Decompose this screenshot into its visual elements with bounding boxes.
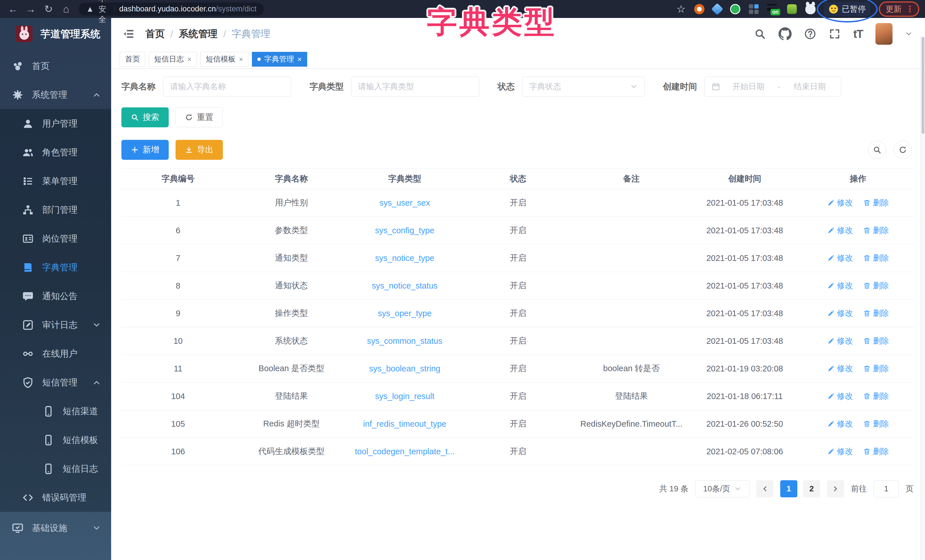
on-badge-extension-icon[interactable]: on [767, 4, 779, 14]
cell-type-link[interactable]: sys_config_type [348, 217, 461, 244]
table-row[interactable]: 6 参数类型 sys_config_type 开启 2021-01-05 17:… [121, 217, 915, 244]
table-row[interactable]: 11 Boolean 是否类型 sys_boolean_string 开启 bo… [121, 355, 915, 382]
dict-type-input[interactable] [358, 82, 472, 91]
close-icon[interactable]: × [239, 56, 243, 63]
search-icon[interactable] [754, 28, 766, 40]
sidebar-item-code[interactable]: 错误码管理 [0, 483, 111, 512]
column-header[interactable]: 备注 [575, 169, 688, 189]
caret-down-icon[interactable] [905, 30, 913, 38]
close-icon[interactable]: × [297, 56, 301, 63]
column-header[interactable]: 字典名称 [235, 169, 348, 189]
help-icon[interactable] [804, 28, 816, 40]
column-header[interactable]: 创建时间 [688, 169, 801, 189]
column-header[interactable]: 状态 [461, 169, 575, 189]
cell-type-link[interactable]: sys_notice_status [348, 272, 461, 300]
edit-link[interactable]: 修改 [827, 308, 853, 319]
blue-extension-icon[interactable] [711, 3, 723, 15]
app-logo[interactable]: 芋道管理系统 [0, 18, 111, 50]
sidebar-item-phone[interactable]: 短信渠道 [0, 397, 111, 426]
goto-page-input[interactable] [874, 480, 899, 497]
refresh-table-button[interactable] [894, 141, 912, 159]
edit-link[interactable]: 修改 [827, 280, 853, 291]
tab-短信日志[interactable]: 短信日志 × [149, 52, 197, 67]
next-page-button[interactable] [827, 480, 844, 497]
sidebar-item-user-group[interactable]: 角色管理 [0, 138, 111, 167]
table-row[interactable]: 105 Redis 超时类型 inf_redis_timeout_type 开启… [121, 410, 915, 438]
fullscreen-icon[interactable] [829, 28, 841, 40]
delete-link[interactable]: 删除 [863, 225, 889, 236]
delete-link[interactable]: 删除 [863, 336, 889, 346]
avatar[interactable] [875, 23, 892, 45]
sidebar-item-dictionary-book[interactable]: 字典管理 [0, 253, 111, 282]
forward-icon[interactable]: → [23, 0, 38, 18]
page-button-1[interactable]: 1 [780, 480, 797, 497]
sidebar-item-audit-log[interactable]: 审计日志 [0, 310, 111, 339]
cell-type-link[interactable]: tool_codegen_template_t... [348, 438, 461, 465]
reload-icon[interactable]: ↻ [41, 0, 56, 18]
column-header[interactable]: 字典编号 [121, 169, 235, 189]
delete-link[interactable]: 删除 [863, 363, 889, 374]
orange-extension-icon[interactable] [694, 4, 704, 14]
page-button-2[interactable]: 2 [803, 480, 820, 497]
paused-extension-badge[interactable]: 已暂停 [824, 2, 870, 16]
sidebar-item-gear[interactable]: 系统管理 [0, 80, 111, 109]
prev-page-button[interactable] [756, 480, 773, 497]
search-button[interactable]: 搜索 [121, 107, 169, 127]
status-select[interactable]: 字典状态 [522, 77, 645, 96]
table-row[interactable]: 9 操作类型 sys_oper_type 开启 2021-01-05 17:03… [121, 300, 915, 327]
add-button[interactable]: 新增 [121, 140, 169, 160]
close-icon[interactable]: × [187, 56, 191, 63]
delete-link[interactable]: 删除 [863, 446, 889, 457]
edit-link[interactable]: 修改 [827, 391, 853, 402]
font-size-icon[interactable]: tT [853, 28, 863, 41]
reset-button[interactable]: 重置 [176, 107, 223, 127]
edit-link[interactable]: 修改 [827, 418, 853, 429]
show-search-toggle-button[interactable] [868, 141, 886, 159]
github-icon[interactable] [779, 27, 792, 41]
sidebar-item-phone[interactable]: 短信模板 [0, 426, 111, 454]
cell-type-link[interactable]: sys_notice_type [348, 244, 461, 272]
edit-link[interactable]: 修改 [827, 363, 853, 374]
cell-type-link[interactable]: sys_common_status [348, 327, 461, 355]
sidebar-item-menu-list[interactable]: 菜单管理 [0, 167, 111, 196]
column-header[interactable]: 字典类型 [348, 169, 461, 189]
leaf-extension-icon[interactable] [787, 4, 797, 14]
edit-link[interactable]: 修改 [827, 446, 853, 457]
cell-type-link[interactable]: inf_redis_timeout_type [348, 410, 461, 438]
table-row[interactable]: 104 登陆结果 sys_login_result 开启 登陆结果 2021-0… [121, 382, 915, 410]
grid-extension-icon[interactable] [749, 4, 759, 14]
delete-link[interactable]: 删除 [863, 391, 889, 402]
page-size-select[interactable]: 10条/页 [695, 480, 749, 497]
sidebar-fold-icon[interactable] [122, 28, 135, 40]
dict-name-input[interactable] [170, 82, 284, 91]
tab-首页[interactable]: 首页 [120, 52, 145, 67]
delete-link[interactable]: 删除 [863, 253, 889, 263]
tab-短信模板[interactable]: 短信模板 × [200, 52, 249, 67]
delete-link[interactable]: 删除 [863, 418, 889, 429]
delete-link[interactable]: 删除 [863, 197, 889, 208]
tab-字典管理[interactable]: 字典管理 × [252, 52, 307, 67]
paw-extension-icon[interactable] [805, 4, 816, 14]
table-row[interactable]: 106 代码生成模板类型 tool_codegen_template_t... … [121, 438, 915, 465]
table-row[interactable]: 7 通知类型 sys_notice_type 开启 2021-01-05 17:… [121, 244, 915, 272]
update-button[interactable]: 更新 ⋮ [879, 2, 919, 17]
sidebar-item-message-bubble[interactable]: 通知公告 [0, 282, 111, 310]
scrollbar-thumb[interactable] [922, 37, 924, 134]
delete-link[interactable]: 删除 [863, 308, 889, 319]
cell-type-link[interactable]: sys_login_result [348, 382, 461, 410]
edit-link[interactable]: 修改 [827, 253, 853, 263]
sidebar-item-shield-check[interactable]: 短信管理 [0, 368, 111, 397]
browser-scrollbar[interactable] [920, 36, 925, 560]
cell-type-link[interactable]: sys_oper_type [348, 300, 461, 327]
sidebar-item-monitor[interactable]: 基础设施 [0, 513, 111, 542]
edit-link[interactable]: 修改 [827, 197, 853, 208]
edit-link[interactable]: 修改 [827, 225, 853, 236]
home-icon[interactable]: ⌂ [59, 0, 74, 18]
breadcrumb-system[interactable]: 系统管理 [179, 27, 217, 41]
date-range-picker[interactable]: 开始日期 - 结束日期 [704, 77, 841, 96]
green-circle-extension-icon[interactable] [730, 4, 740, 14]
cell-type-link[interactable]: sys_boolean_string [348, 355, 461, 382]
export-button[interactable]: 导出 [176, 140, 223, 160]
delete-link[interactable]: 删除 [863, 280, 889, 291]
sidebar-item-dashboard[interactable]: 首页 [0, 51, 111, 80]
